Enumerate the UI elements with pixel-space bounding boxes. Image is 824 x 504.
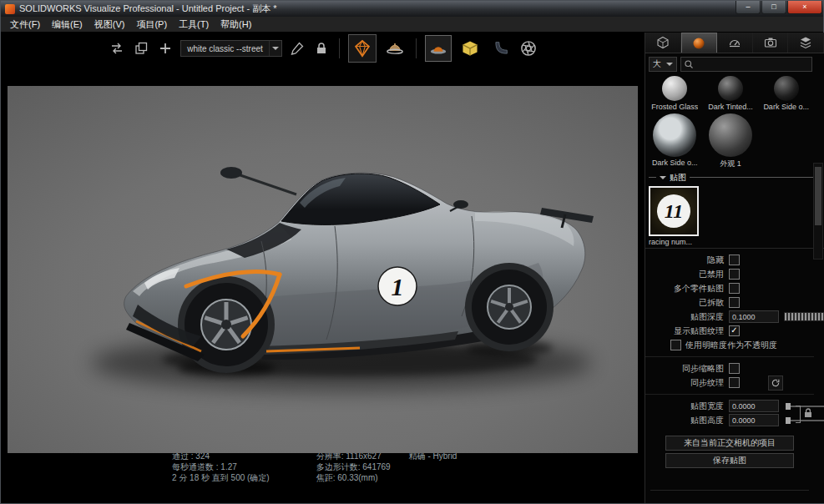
viewport-frame: 1 xyxy=(1,64,645,443)
search-input[interactable] xyxy=(695,59,809,70)
alpha-opacity-checkbox[interactable] xyxy=(670,340,681,350)
backdrop-curve-icon[interactable] xyxy=(488,36,513,61)
backplate-button[interactable] xyxy=(425,35,452,62)
app-window: SOLIDWORKS Visualize Professional - Unti… xyxy=(0,0,824,504)
duplicate-icon[interactable] xyxy=(132,39,150,58)
decal-number-thumb: 11 xyxy=(657,194,690,228)
maximize-button[interactable]: □ xyxy=(761,1,786,14)
sync-arrows-icon[interactable] xyxy=(108,39,126,58)
appearance-label: Dark Side o... xyxy=(763,103,809,111)
appearance-label: Dark Tinted... xyxy=(708,103,753,111)
disabled-checkbox[interactable] xyxy=(729,269,740,280)
library-filter-row: 大 xyxy=(645,53,824,75)
environment-dome-icon[interactable] xyxy=(382,36,407,61)
sync-thumbnail-checkbox[interactable] xyxy=(729,363,740,374)
width-input[interactable] xyxy=(729,400,779,412)
depth-meter-slider[interactable] xyxy=(784,312,824,321)
chevron-down-icon xyxy=(666,63,673,66)
section-collapse-icon[interactable] xyxy=(660,176,666,179)
thumbnail-size-value: 大 xyxy=(653,58,661,70)
minimize-button[interactable]: – xyxy=(736,1,761,14)
appearance-item[interactable]: 外观 1 xyxy=(703,113,759,169)
appearance-item[interactable]: Dark Tinted... xyxy=(703,76,759,111)
menu-edit[interactable]: 编辑(E) xyxy=(46,18,88,32)
appearance-item[interactable]: Frosted Glass xyxy=(647,76,703,111)
preset-value: white classic --street xyxy=(181,44,269,53)
appearance-mode-button[interactable] xyxy=(348,34,377,63)
width-slider[interactable] xyxy=(786,406,824,407)
sync-thumbnail-label: 同步缩略图 xyxy=(645,363,729,375)
panel-scrollbar[interactable] xyxy=(813,163,823,260)
app-icon xyxy=(5,4,15,14)
appearance-preset-dropdown[interactable]: white classic --street xyxy=(180,40,282,57)
window-title: SOLIDWORKS Visualize Professional - Unti… xyxy=(19,3,736,15)
main-toolbar: white classic --street xyxy=(1,33,645,64)
add-icon[interactable] xyxy=(156,39,174,58)
height-slider-thumb[interactable] xyxy=(786,417,791,424)
hide-checkbox[interactable] xyxy=(729,255,740,265)
detached-checkbox[interactable] xyxy=(729,297,740,308)
status-passes-per-second: 每秒通道数 : 1.27 xyxy=(172,461,270,472)
close-button[interactable]: × xyxy=(787,1,822,14)
width-slider-thumb[interactable] xyxy=(786,403,791,410)
appearance-item[interactable]: Dark Side o... xyxy=(647,113,703,169)
floor-box-icon[interactable] xyxy=(457,36,483,61)
disabled-label: 已禁用 xyxy=(645,269,729,280)
menu-help[interactable]: 帮助(H) xyxy=(215,18,257,32)
thumbnail-size-dropdown[interactable]: 大 xyxy=(649,57,677,72)
chevron-down-icon xyxy=(269,41,281,56)
height-label: 贴图高度 xyxy=(645,415,729,426)
depth-input[interactable] xyxy=(729,310,779,323)
search-box xyxy=(680,57,812,72)
multi-part-checkbox[interactable] xyxy=(729,283,740,294)
depth-label: 贴图深度 xyxy=(645,311,729,323)
appearance-sphere-thumb xyxy=(709,113,752,157)
menu-bar: 文件(F) 编辑(E) 视图(V) 项目(P) 工具(T) 帮助(H) xyxy=(1,17,823,33)
sync-texture-checkbox[interactable] xyxy=(729,377,740,388)
decal-dimensions: 贴图宽度 贴图高度 xyxy=(645,399,814,427)
tab-scenes[interactable] xyxy=(717,33,753,53)
project-from-camera-button[interactable]: 来自当前正交相机的项目 xyxy=(665,436,794,451)
sync-texture-label: 同步纹理 xyxy=(645,377,729,389)
detached-label: 已拆散 xyxy=(645,297,729,309)
decal-item-selected[interactable]: 11 xyxy=(649,186,699,236)
status-time-progress: 2 分 18 秒 直到 500 (确定) xyxy=(172,472,270,483)
title-bar[interactable]: SOLIDWORKS Visualize Professional - Unti… xyxy=(1,1,823,17)
status-polygon-count: 多边形计数: 641769 xyxy=(316,461,391,472)
panel-bottom-separator xyxy=(650,490,809,491)
multi-part-label: 多个零件贴图 xyxy=(645,283,729,295)
viewport-3d[interactable]: 1 xyxy=(8,86,638,453)
tab-layers[interactable] xyxy=(788,33,824,53)
aspect-link-bracket xyxy=(796,406,801,423)
lock-icon[interactable] xyxy=(312,39,331,58)
palette-panel: 大 Frosted Glass Dark Tinted... xyxy=(645,33,824,503)
menu-project[interactable]: 项目(P) xyxy=(130,18,173,32)
properties-separator xyxy=(645,394,814,395)
palette-tabs xyxy=(645,33,824,53)
car-render: 1 xyxy=(8,86,638,453)
height-input[interactable] xyxy=(729,414,779,426)
decal-list: 11 racing num... xyxy=(645,184,824,248)
appearance-item[interactable]: Dark Side o... xyxy=(758,76,814,111)
panel-scrollbar-thumb[interactable] xyxy=(815,167,821,225)
aperture-icon[interactable] xyxy=(519,39,538,58)
refresh-texture-button[interactable] xyxy=(768,375,783,391)
toolbar-separator xyxy=(339,38,340,58)
menu-tools[interactable]: 工具(T) xyxy=(173,18,215,32)
appearance-label: 外观 1 xyxy=(720,159,741,169)
section-line xyxy=(649,177,656,178)
refresh-icon xyxy=(771,378,781,388)
hide-label: 隐藏 xyxy=(645,255,729,266)
menu-file[interactable]: 文件(F) xyxy=(4,18,46,32)
tab-models[interactable] xyxy=(645,33,681,53)
show-texture-checkbox[interactable]: ✓ xyxy=(729,325,740,336)
tab-cameras[interactable] xyxy=(753,33,789,53)
tab-appearances[interactable] xyxy=(681,33,718,53)
save-decal-button[interactable]: 保存贴图 xyxy=(665,453,794,468)
appearance-label: Dark Side o... xyxy=(652,159,698,167)
menu-view[interactable]: 视图(V) xyxy=(88,18,131,32)
width-label: 贴图宽度 xyxy=(645,401,729,412)
edit-pencil-icon[interactable] xyxy=(288,39,306,58)
aspect-lock-icon[interactable] xyxy=(804,408,812,420)
decals-section-header[interactable]: 贴图 xyxy=(645,171,824,184)
